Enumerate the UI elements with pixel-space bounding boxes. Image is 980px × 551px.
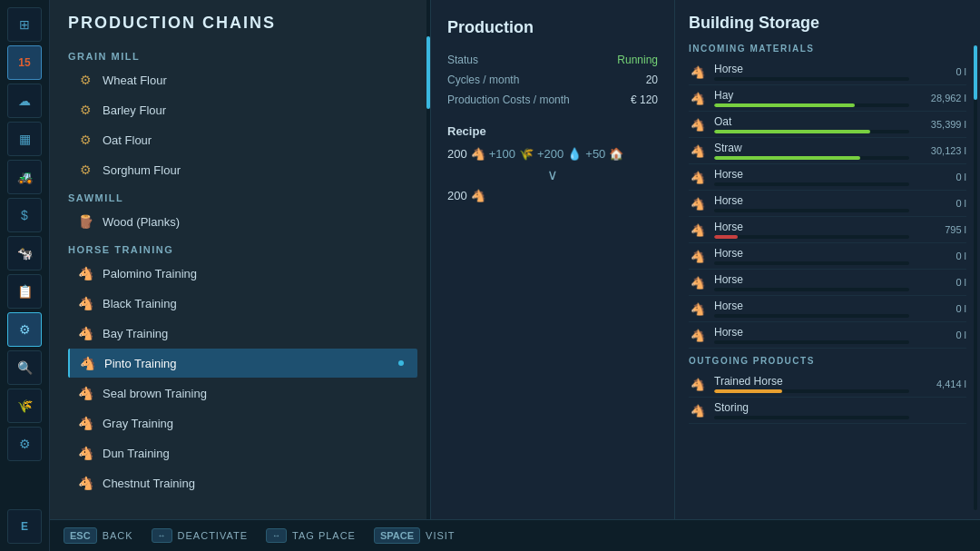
chain-item-oat-flour[interactable]: ⚙ Oat Flour — [68, 125, 417, 154]
visit-button[interactable]: SPACE VISIT — [374, 527, 456, 544]
sidebar-item-badge[interactable]: 15 — [7, 45, 42, 80]
sidebar-item-tractor[interactable]: 🚜 — [7, 160, 42, 194]
chain-item-dun-training[interactable]: 🐴 Dun Training — [68, 438, 417, 467]
horse-8-bar-wrap — [714, 340, 909, 344]
horse-2-icon: 🐴 — [689, 168, 707, 186]
chains-list[interactable]: GRAIN MILL ⚙ Wheat Flour ⚙ Barley Flour … — [68, 44, 426, 499]
horse-8-icon: 🐴 — [689, 326, 707, 344]
horse-6-icon: 🐴 — [689, 273, 707, 291]
chestnut-training-icon: 🐴 — [75, 473, 95, 493]
tractor-icon: 🚜 — [17, 170, 33, 184]
horse-1-bar-wrap — [714, 77, 909, 81]
horse-2-value: 0 l — [916, 172, 966, 182]
straw-bar-wrap — [714, 156, 909, 160]
horse-4-name: Horse — [714, 221, 909, 233]
back-button[interactable]: ESC BACK — [64, 527, 133, 544]
chain-item-sorghum-flour[interactable]: ⚙ Sorghum Flour — [68, 155, 417, 184]
horse-7-icon: 🐴 — [689, 300, 707, 318]
storage-item-horse-3: 🐴 Horse 0 l — [689, 191, 966, 217]
horse-5-info: Horse — [714, 247, 909, 265]
deactivate-button[interactable]: ↔ DEACTIVATE — [152, 528, 248, 543]
oat-flour-icon: ⚙ — [75, 130, 95, 150]
storage-items-list[interactable]: INCOMING MATERIALS 🐴 Horse 0 l 🐴 Hay — [689, 44, 966, 495]
trained-horse-icon: 🐴 — [689, 375, 707, 393]
horse-4-value: 795 l — [916, 224, 966, 235]
oat-flour-label: Oat Flour — [103, 133, 152, 147]
ingredient-horse-count: 200 — [447, 147, 467, 161]
sidebar-item-log[interactable]: 📋 — [7, 274, 42, 309]
output-horse-icon: 🐴 — [471, 189, 485, 202]
hay-bar — [714, 103, 855, 107]
black-training-label: Black Training — [103, 297, 177, 310]
straw-value: 30,123 l — [916, 145, 966, 156]
oat-value: 35,399 l — [916, 119, 966, 130]
horse-4-bar — [714, 235, 738, 239]
seal-brown-label: Seal brown Training — [103, 387, 207, 400]
ingredient-hay-icon: 🌾 — [519, 147, 534, 161]
chain-item-wheat-flour[interactable]: ⚙ Wheat Flour — [68, 65, 417, 94]
chain-item-barley-flour[interactable]: ⚙ Barley Flour — [68, 95, 417, 124]
chain-item-seal-brown[interactable]: 🐴 Seal brown Training — [68, 379, 417, 408]
sidebar-item-settings[interactable]: ⚙ — [7, 427, 42, 461]
visit-label: VISIT — [426, 530, 456, 541]
bay-training-label: Bay Training — [103, 327, 168, 340]
storing-name: Storing — [714, 401, 909, 414]
storage-item-hay: 🐴 Hay 28,962 l — [689, 85, 966, 112]
outgoing-products-header: OUTGOING PRODUCTS — [689, 356, 966, 366]
horse-7-name: Horse — [714, 300, 909, 312]
sidebar-item-search[interactable]: 🔍 — [7, 350, 42, 385]
trained-horse-value: 4,414 l — [916, 379, 966, 389]
chain-item-gray-training[interactable]: 🐴 Gray Training — [68, 408, 417, 438]
horse-3-icon: 🐴 — [689, 194, 707, 212]
chain-item-black-training[interactable]: 🐴 Black Training — [68, 289, 417, 318]
main-content: PRODUCTION CHAINS GRAIN MILL ⚙ Wheat Flo… — [50, 0, 980, 519]
recipe-ingredients: 200 🐴 +100 🌾 +200 💧 +50 🏠 — [447, 147, 658, 161]
sidebar-item-weather[interactable]: ☁ — [7, 84, 42, 118]
horse-2-bar-wrap — [714, 182, 909, 186]
trained-horse-bar-wrap — [714, 389, 909, 393]
sidebar-item-money[interactable]: $ — [7, 198, 42, 232]
horse-8-name: Horse — [714, 326, 909, 339]
field-icon: 🌾 — [17, 398, 33, 413]
oat-name: Oat — [714, 115, 909, 128]
chain-item-pinto-training[interactable]: 🐴 Pinto Training — [68, 349, 417, 378]
money-icon: $ — [21, 208, 28, 222]
chain-item-bay-training[interactable]: 🐴 Bay Training — [68, 319, 417, 348]
tag-place-button[interactable]: ↔ TAG PLACE — [266, 528, 356, 543]
cycles-row: Cycles / month 20 — [447, 74, 658, 86]
palomino-icon: 🐴 — [75, 263, 95, 283]
horse-1-value: 0 l — [916, 66, 966, 77]
chain-item-chestnut-training[interactable]: 🐴 Chestnut Training — [68, 468, 417, 497]
map-icon: ⊞ — [19, 17, 30, 32]
incoming-materials-header: INCOMING MATERIALS — [689, 44, 966, 54]
recipe-output: 200 🐴 — [447, 189, 658, 202]
sidebar: ⊞ 15 ☁ ▦ 🚜 $ 🐄 📋 ⚙ 🔍 🌾 ⚙ E — [0, 0, 50, 551]
sidebar-item-production[interactable]: ⚙ — [7, 312, 42, 347]
chain-item-wood-planks[interactable]: 🪵 Wood (Planks) — [68, 207, 417, 236]
hay-name: Hay — [714, 89, 909, 102]
hay-bar-wrap — [714, 103, 909, 107]
chains-panel: PRODUCTION CHAINS GRAIN MILL ⚙ Wheat Flo… — [50, 0, 426, 519]
storage-title: Building Storage — [689, 14, 966, 33]
horse-6-bar-wrap — [714, 288, 909, 291]
horse-5-bar-wrap — [714, 261, 909, 265]
cycles-label: Cycles / month — [447, 74, 519, 86]
horse-3-name: Horse — [714, 194, 909, 207]
sidebar-item-animals[interactable]: 🐄 — [7, 236, 42, 271]
status-value: Running — [617, 54, 658, 66]
production-title: Production — [447, 18, 658, 37]
horse-1-name: Horse — [714, 63, 909, 75]
active-dot — [398, 360, 404, 366]
sidebar-item-chart[interactable]: ▦ — [7, 122, 42, 156]
straw-name: Straw — [714, 142, 909, 154]
chain-item-palomino[interactable]: 🐴 Palomino Training — [68, 259, 417, 288]
sidebar-item-field[interactable]: 🌾 — [7, 389, 42, 423]
dun-training-label: Dun Training — [103, 447, 170, 460]
output-count: 200 — [447, 189, 467, 202]
sidebar-item-e[interactable]: E — [7, 509, 42, 544]
wood-planks-label: Wood (Planks) — [103, 215, 180, 229]
horse-5-name: Horse — [714, 247, 909, 260]
storage-panel: Building Storage INCOMING MATERIALS 🐴 Ho… — [675, 0, 980, 519]
category-sawmill: SAWMILL — [68, 185, 417, 207]
sidebar-item-map[interactable]: ⊞ — [7, 7, 42, 42]
